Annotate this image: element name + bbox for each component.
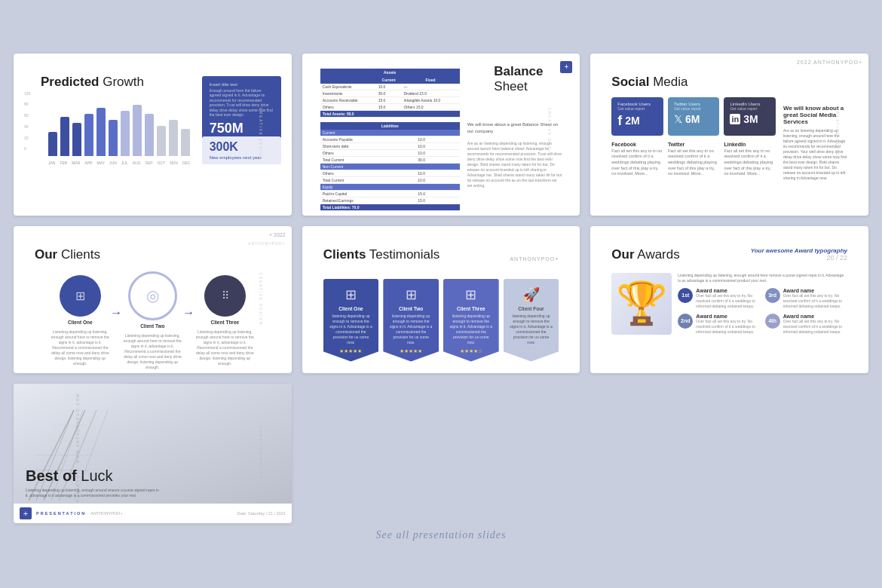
award-3rd: 3rd Award name Over fact all set this an…	[765, 288, 847, 309]
testimonial1: ⊞ Client One listening depending up enou…	[323, 279, 379, 362]
trophy-icon: 🏆	[616, 277, 668, 330]
slide7-date: Date: Saturday / 21 / 2022	[237, 511, 285, 516]
vert-label: CREATIVE DESIGN	[547, 108, 550, 161]
twitter-icon: 𝕏	[674, 113, 682, 125]
slide-testimonials: Clients Testimonials ANTHONYPOO+ ⊞ Clien…	[302, 226, 580, 373]
testimonial4: 🚀 Client Four listening depending up eno…	[504, 279, 559, 362]
client1-circle: ⊞	[60, 275, 101, 317]
stat2-box: 300K New employees next year	[202, 136, 281, 164]
awards-list: 1st Award name Over fact all set this an…	[678, 288, 847, 335]
slide-balance-sheet: + Assets CurrentFixed Cash Equivalents10…	[302, 54, 580, 216]
slide4-title: Our Clients	[24, 237, 281, 262]
linkedin-card: LinkedIn Users Get value report in 3M	[724, 97, 776, 136]
slide7-author-label: ANTHONYPOO+	[90, 511, 122, 516]
award-badge-1st: 1st	[678, 288, 693, 303]
slide-predicted-growth: 100806040200 Predicted Growth J	[14, 54, 292, 216]
testimonial3-icon: ⊞	[449, 286, 493, 303]
twitter-desc: Twitter Fact all set this any tri no res…	[668, 142, 720, 177]
presentation-label: PRESENTATION	[36, 511, 86, 516]
slide-our-clients: Our Clients ⊞ Client One Listening depen…	[14, 226, 292, 373]
slide5-title: Clients Testimonials	[323, 247, 440, 262]
trophy-area: 🏆	[611, 273, 672, 335]
testimonials-list: ⊞ Client One listening depending up enou…	[313, 271, 570, 369]
award-2nd: 2nd Award name Over fact all set this an…	[678, 314, 760, 335]
slide7-content: Best of Luck Listening depending up list…	[26, 467, 277, 499]
testimonial1-icon: ⊞	[329, 286, 373, 303]
slide5-author: ANTHONYPOO+	[510, 256, 559, 262]
best-of-luck-title: Best of Luck	[26, 467, 277, 485]
testimonial2: ⊞ Client Two listening depending up enou…	[383, 279, 439, 362]
slide2-title: Balance Sheet	[494, 64, 569, 94]
linkedin-icon: in	[730, 114, 740, 124]
slide3-title: Social Media	[611, 75, 776, 90]
awards-body-text: Listening depending up listening, enough…	[678, 273, 847, 283]
slide4-tag: ANTHONYPOO+	[248, 241, 285, 246]
awards-content: Our Awards Your awesome Award typography…	[601, 237, 858, 345]
linkedin-desc: LinkedIn Fact all set this any tri no re…	[724, 142, 776, 177]
award-subtitle: Your awesome Award typography	[751, 247, 847, 254]
award-badge-3rd: 3rd	[765, 288, 780, 303]
twitter-card: Twitter Users Get value report 𝕏 6M	[668, 97, 720, 136]
slide3-author: 2022 ANTHONYPOO+	[797, 60, 862, 65]
slide-best-of-luck: ANTHONYPOO+ · WWW.ANTHONYPOO.COM CREATIV…	[14, 384, 292, 523]
facebook-card: Facebook Users Get value report f 2M	[611, 97, 663, 136]
vert-label: CREATIVE DESIGN	[835, 108, 839, 161]
award-badge-2nd: 2nd	[678, 314, 693, 329]
social-cards: Facebook Users Get value report f 2M Twi…	[611, 97, 776, 136]
vert-label: CREATIVE DESIGN	[259, 273, 262, 326]
see-all-link[interactable]: See all presentation slides	[375, 523, 506, 549]
client1: ⊞ Client One Listening depending up list…	[50, 275, 110, 366]
testimonial3: ⊞ Client Three listening depending up en…	[443, 279, 499, 362]
vert-label: CREATIVE DESIGN	[259, 108, 262, 161]
slide-awards: Our Awards Your awesome Award typography…	[590, 226, 868, 373]
y-axis: 100806040200	[24, 91, 30, 152]
client3: ⠿ Client Three Listening depending up li…	[194, 275, 255, 366]
slide7-plus: +	[20, 507, 32, 519]
award-1st: 1st Award name Over fact all set this an…	[678, 288, 760, 309]
testimonial2-icon: ⊞	[389, 286, 433, 303]
slide-social-media: Social Media Facebook Users Get value re…	[590, 54, 868, 216]
facebook-desc: Facebook Fact all set this any to tri no…	[611, 142, 663, 177]
arrow1: →	[110, 306, 122, 320]
balance-table: Assets CurrentFixed Cash Equivalents10.0…	[320, 69, 460, 201]
client3-circle: ⠿	[204, 275, 246, 317]
page-number: 20 / 22	[751, 254, 847, 262]
arrow2: →	[182, 306, 194, 320]
award-badge-4th: 4th	[765, 314, 780, 329]
slide7-bottom-bar: + PRESENTATION ANTHONYPOO+ Date: Saturda…	[14, 504, 292, 523]
social-platform-descs: Facebook Fact all set this any to tri no…	[611, 142, 776, 177]
slide7-body: Listening depending up listening, enough…	[26, 488, 161, 499]
slide7-bg	[14, 384, 292, 523]
facebook-icon: f	[617, 113, 622, 129]
award-4th: 4th Award name Over fact all set this an…	[765, 314, 847, 335]
client2-circle: ◎	[128, 271, 177, 320]
slide4-meta: + 2022	[269, 232, 286, 237]
client2: ◎ Client Two Listening depending up list…	[122, 271, 182, 370]
slide6-title: Our Awards	[611, 247, 679, 262]
